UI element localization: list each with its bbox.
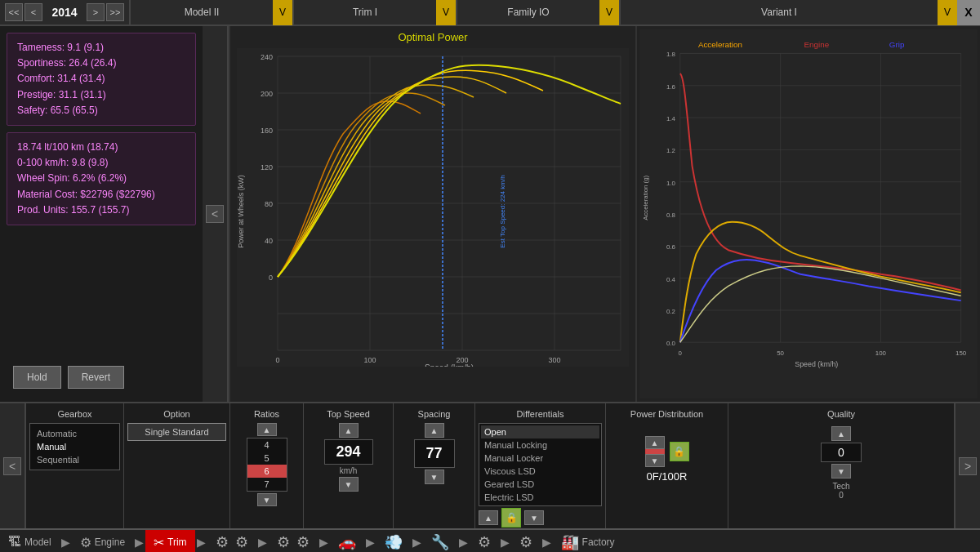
nav-next-next-btn[interactable]: >>	[106, 3, 124, 21]
nav-arrow-3: ▶	[197, 536, 206, 549]
diff-down-btn[interactable]: ▼	[524, 510, 544, 525]
svg-text:0: 0	[275, 356, 279, 364]
nav-model[interactable]: 🏗 Model	[0, 530, 60, 552]
quality-up-btn[interactable]: ▲	[831, 426, 851, 441]
spacing-value: 77	[414, 439, 455, 468]
option-value[interactable]: Single Standard	[127, 423, 226, 441]
nav-suspension[interactable]: 🔧	[423, 530, 457, 552]
gear-sequential[interactable]: Sequential	[33, 453, 116, 466]
ratio-4[interactable]: 4	[247, 438, 287, 452]
diff-viscous[interactable]: Viscous LSD	[481, 465, 599, 478]
svg-text:Engine: Engine	[804, 40, 830, 49]
nav-factory-label: Factory	[582, 536, 615, 548]
diff-lock-icon[interactable]: 🔒	[501, 508, 521, 528]
svg-text:240: 240	[261, 53, 273, 61]
ratio-6[interactable]: 6	[247, 465, 287, 478]
svg-text:1.6: 1.6	[666, 83, 676, 91]
nav-aero[interactable]: 💨	[376, 530, 411, 552]
comfort-stat: Comfort: 31.4 (31.4)	[17, 71, 185, 87]
main-left-arrow-btn[interactable]: <	[206, 205, 224, 223]
model-dropdown: Model II V	[129, 0, 292, 25]
nav-engine[interactable]: ⚙ Engine	[72, 530, 133, 552]
wheel1-icon: ⚙	[277, 533, 290, 551]
svg-text:120: 120	[261, 163, 273, 171]
gear-list: Automatic Manual Sequential	[29, 423, 120, 470]
ratio-down-btn[interactable]: ▼	[257, 493, 277, 506]
engine-icon: ⚙	[80, 535, 91, 550]
close-btn[interactable]: X	[957, 0, 980, 25]
diff-geared[interactable]: Geared LSD	[481, 478, 599, 491]
model-dropdown-arrow[interactable]: V	[273, 0, 292, 25]
ratio-5[interactable]: 5	[247, 452, 287, 465]
nav-wheel[interactable]: ⚙ ⚙	[269, 530, 318, 552]
gear-manual[interactable]: Manual	[33, 440, 116, 453]
family-dropdown-arrow[interactable]: V	[599, 0, 619, 25]
svg-text:1.4: 1.4	[666, 115, 676, 122]
nav-arrow-5: ▶	[319, 536, 328, 549]
ratio-7[interactable]: 7	[247, 478, 287, 491]
fuel-stat: 18.74 lt/100 km (18.74)	[17, 140, 185, 155]
pd-controls: ▲ ▼	[645, 436, 665, 467]
diff-manual-locker[interactable]: Manual Locker	[481, 452, 599, 465]
nav-body[interactable]: 🚗	[330, 530, 364, 552]
bottom-nav: 🏗 Model ▶ ⚙ Engine ▶ ✂ Trim ▶ ⚙ ⚙ ▶ ⚙ ⚙ …	[0, 528, 980, 552]
ratio-up-btn[interactable]: ▲	[257, 423, 277, 436]
suspension-icon: 🔧	[431, 533, 449, 551]
hold-button[interactable]: Hold	[13, 366, 61, 389]
svg-text:300: 300	[548, 356, 560, 364]
gear2-icon: ⚙	[235, 533, 248, 551]
nav-gear1[interactable]: ⚙ ⚙	[207, 530, 256, 552]
quality-tech-label: Tech 0	[832, 482, 849, 500]
svg-text:Power at Wheels (kW): Power at Wheels (kW)	[237, 175, 245, 248]
nav-brakes[interactable]: ⚙	[470, 530, 499, 552]
spacing-up-btn[interactable]: ▲	[425, 423, 444, 438]
bottom-left-arrow-btn[interactable]: <	[3, 457, 21, 475]
diff-manual-locking[interactable]: Manual Locking	[481, 438, 599, 452]
nav-model-label: Model	[24, 536, 51, 548]
pd-up-btn[interactable]: ▲	[645, 436, 665, 449]
trim-icon: ✂	[154, 535, 164, 550]
gear-automatic[interactable]: Automatic	[33, 427, 116, 440]
wheel2-icon: ⚙	[296, 533, 310, 551]
main-content: Tameness: 9.1 (9.1) Sportiness: 26.4 (26…	[0, 26, 980, 402]
topspeed-down-btn[interactable]: ▼	[339, 477, 359, 492]
main-left-arrow: <	[203, 26, 229, 402]
diff-up-btn[interactable]: ▲	[479, 510, 498, 525]
gearbox-section: Gearbox Automatic Manual Sequential	[26, 403, 124, 528]
svg-text:Speed (km/h): Speed (km/h)	[795, 360, 838, 368]
revert-button[interactable]: Revert	[68, 366, 124, 389]
trim-dropdown-arrow[interactable]: V	[436, 0, 456, 25]
svg-text:0.8: 0.8	[666, 211, 676, 219]
svg-text:0: 0	[269, 274, 273, 282]
pd-down-btn[interactable]: ▼	[645, 454, 665, 467]
nav-next-btn[interactable]: >	[87, 3, 105, 21]
nav-factory[interactable]: 🏭 Factory	[553, 530, 623, 552]
bottom-right-arrow-btn[interactable]: >	[959, 457, 977, 475]
diff-open[interactable]: Open	[481, 425, 599, 438]
family-label: Family IO	[457, 7, 599, 18]
factory-icon: 🏭	[561, 533, 579, 551]
wheelspin-stat: Wheel Spin: 6.2% (6.2%)	[17, 171, 185, 186]
pd-lock-icon[interactable]: 🔒	[670, 442, 689, 461]
quality-down-btn[interactable]: ▼	[831, 464, 851, 479]
svg-text:0.4: 0.4	[666, 276, 676, 283]
nav-trim[interactable]: ✂ Trim	[145, 530, 195, 552]
variant-dropdown-arrow[interactable]: V	[938, 0, 957, 25]
ratios-section: Ratios ▲ 4 5 6 7 ▼	[230, 403, 304, 528]
trim-label: Trim I	[294, 7, 436, 18]
diff-title: Differentials	[479, 407, 602, 423]
nav-engine-label: Engine	[95, 536, 125, 548]
nav-extra[interactable]: ⚙	[511, 530, 541, 552]
year-label: 2014	[44, 6, 85, 19]
diff-electric[interactable]: Electric LSD	[481, 491, 599, 504]
quality-title: Quality	[827, 407, 855, 423]
extra-icon: ⚙	[519, 533, 532, 551]
nav-prev-btn[interactable]: <	[24, 3, 42, 21]
left-panel: Tameness: 9.1 (9.1) Sportiness: 26.4 (26…	[0, 26, 203, 402]
differentials-section: Differentials Open Manual Locking Manual…	[475, 403, 606, 528]
spacing-down-btn[interactable]: ▼	[425, 470, 444, 484]
topspeed-up-btn[interactable]: ▲	[339, 423, 359, 438]
nav-prev-prev-btn[interactable]: <<	[5, 3, 23, 21]
ratio-controls: ▲ 4 5 6 7 ▼	[234, 423, 300, 506]
svg-text:0.0: 0.0	[666, 340, 676, 347]
